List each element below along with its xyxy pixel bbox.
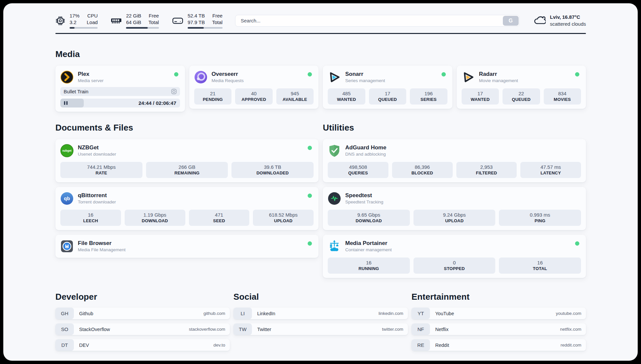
app-name: Speedtest <box>345 192 383 199</box>
link-row-youtube[interactable]: YT YouTube youtube.com <box>412 308 586 319</box>
link-row-reddit[interactable]: RE Reddit reddit.com <box>412 339 586 351</box>
weather-condition: scattered clouds <box>550 21 586 27</box>
section-entertainment: Entertainment YT YouTube youtube.com NF … <box>412 292 586 355</box>
memory-progress-fill <box>126 27 148 29</box>
memory-label-top: Free <box>148 13 159 19</box>
memory-stat: 22 GiB 64 GiB Free Total <box>111 13 159 29</box>
link-abbr: NF <box>412 323 430 335</box>
playback-progress-fill <box>60 99 84 107</box>
section-developer: Developer GH Github github.com SO StackO… <box>55 292 230 355</box>
stat-wanted: 17 WANTED <box>462 88 499 105</box>
hard-drive-icon <box>172 17 183 25</box>
app-card-overseerr[interactable]: Overseerr Media Requests 21 PENDING 40 A… <box>189 66 319 109</box>
app-card-speedtest[interactable]: Speedtest Speedtest Tracking 9.65 Gbps D… <box>323 187 586 230</box>
media-session-icon <box>171 89 177 94</box>
section-title-documents: Documents & Files <box>55 123 319 133</box>
nzbget-icon: nzbget <box>60 144 74 157</box>
stat-queued: 17 QUEUED <box>369 88 407 105</box>
section-title-social: Social <box>233 292 408 302</box>
header-bar: 17% 3.2 CPU Load <box>55 13 586 29</box>
stat-download: 9.65 Gbps DOWNLOAD <box>328 210 410 226</box>
status-dot <box>174 72 178 76</box>
playback-progress-row[interactable]: 24:44 / 02:06:47 <box>60 99 180 107</box>
link-row-linkedin[interactable]: LI LinkedIn linkedin.com <box>233 308 408 319</box>
stat-series: 196 SERIES <box>410 88 447 105</box>
cloud-icon <box>534 15 546 27</box>
portainer-icon <box>328 240 341 253</box>
storage-stat: 52.4 TB 97.9 TB Free Total <box>172 13 223 29</box>
app-subtitle: Speedtest Tracking <box>345 199 383 205</box>
stat-upload: 9.24 Gbps UPLOAD <box>413 210 496 226</box>
qbittorrent-icon: qb <box>60 192 74 205</box>
overseerr-icon <box>194 71 207 84</box>
app-card-adguard[interactable]: AdGuard Home DNS and adblocking 498,508 … <box>323 139 586 182</box>
section-title-utilities: Utilities <box>323 123 586 133</box>
stat-rate: 744.21 Mbps RATE <box>60 162 142 178</box>
link-name: Reddit <box>435 343 449 348</box>
pause-icon[interactable] <box>64 101 68 105</box>
storage-label-bottom: Total <box>212 19 223 26</box>
stat-latency: 47.57 ms LATENCY <box>520 162 581 178</box>
link-abbr: RE <box>412 339 430 351</box>
status-dot <box>575 72 579 76</box>
storage-label-top: Free <box>212 13 223 19</box>
section-title-media: Media <box>55 49 586 59</box>
stat-approved: 40 APPROVED <box>235 88 273 105</box>
link-row-netflix[interactable]: NF Netflix netflix.com <box>412 323 586 335</box>
link-abbr: GH <box>55 308 74 319</box>
app-card-sonarr[interactable]: Sonarr Series management 485 WANTED 17 Q… <box>323 66 452 109</box>
search-engine-button[interactable]: G <box>503 16 519 26</box>
plex-icon <box>60 71 74 84</box>
stat-ping: 0.993 ms PING <box>499 210 581 226</box>
link-abbr: YT <box>412 308 430 319</box>
app-name: Overseerr <box>212 71 244 77</box>
weather-widget: Lviv, 16.87°C scattered clouds <box>534 14 586 27</box>
link-row-twitter[interactable]: TW Twitter twitter.com <box>233 323 408 335</box>
memory-total-value: 64 GiB <box>126 19 141 26</box>
cpu-load-value: 3.2 <box>70 19 79 26</box>
weather-location: Lviv, 16.87°C <box>550 14 586 20</box>
link-row-dev[interactable]: DT DEV dev.to <box>55 339 230 351</box>
radarr-icon <box>462 71 475 84</box>
memory-progress-track <box>126 27 159 29</box>
stat-running: 16 RUNNING <box>328 258 410 274</box>
app-card-qbittorrent[interactable]: qb qBittorrent Torrent downloader 16 LEE… <box>55 187 319 230</box>
status-dot <box>308 146 312 150</box>
status-dot <box>308 194 312 198</box>
cpu-progress-track <box>70 27 98 29</box>
app-card-filebrowser[interactable]: File Browser Media File Management <box>55 235 319 258</box>
app-card-portainer[interactable]: Media Portainer Container management 16 … <box>323 235 586 278</box>
cpu-icon <box>55 16 65 26</box>
cpu-label-top: CPU <box>87 13 98 19</box>
app-card-nzbget[interactable]: nzbget NZBGet Usenet downloader 744.21 M… <box>55 139 319 182</box>
app-subtitle: Series management <box>345 78 385 84</box>
stat-wanted: 485 WANTED <box>328 88 365 105</box>
storage-progress-track <box>188 27 223 29</box>
cpu-label-bottom: Load <box>87 19 98 26</box>
stat-queued: 22 QUEUED <box>503 88 540 105</box>
stat-leech: 16 LEECH <box>60 210 121 226</box>
link-url: linkedin.com <box>379 311 403 316</box>
section-social: Social LI LinkedIn linkedin.com TW Twitt… <box>233 292 408 339</box>
app-card-radarr[interactable]: Radarr Movie management 17 WANTED 22 QUE… <box>457 66 586 109</box>
cpu-stat: 17% 3.2 CPU Load <box>55 13 98 29</box>
app-name: NZBGet <box>78 144 116 151</box>
cpu-usage-value: 17% <box>70 13 79 19</box>
app-subtitle: Media File Management <box>78 247 126 253</box>
app-name: qBittorrent <box>78 192 116 199</box>
section-media: Media Plex Media server <box>55 49 586 112</box>
status-dot <box>308 241 312 246</box>
link-abbr: SO <box>55 323 74 335</box>
app-subtitle: Media server <box>78 78 104 84</box>
svg-text:nzbget: nzbget <box>62 149 72 152</box>
app-subtitle: Media Requests <box>212 78 244 84</box>
search-input[interactable] <box>235 15 520 27</box>
link-name: Netflix <box>435 327 448 332</box>
app-card-plex[interactable]: Plex Media server Bullet Train <box>55 66 185 112</box>
app-name: File Browser <box>78 240 126 247</box>
now-playing-row[interactable]: Bullet Train <box>60 87 180 96</box>
app-subtitle: Container management <box>345 247 392 253</box>
cpu-progress-fill <box>70 27 75 29</box>
link-row-stackoverflow[interactable]: SO StackOverflow stackoverflow.com <box>55 323 230 335</box>
link-row-github[interactable]: GH Github github.com <box>55 308 230 319</box>
